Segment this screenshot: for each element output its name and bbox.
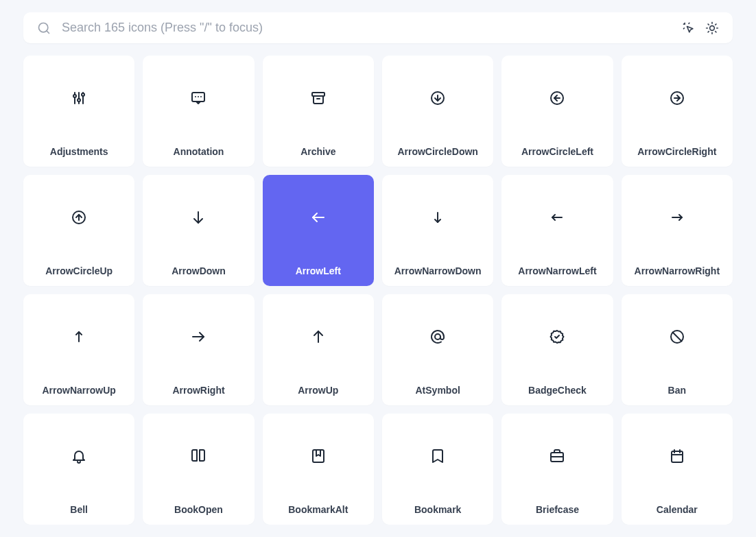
icon-card-briefcase[interactable]: Briefcase: [501, 414, 613, 525]
icon-card-bookmarkalt[interactable]: BookmarkAlt: [263, 414, 374, 525]
svg-line-41: [672, 333, 681, 342]
icon-card-atsymbol[interactable]: AtSymbol: [382, 294, 493, 405]
cursor-click-icon[interactable]: [682, 21, 696, 35]
search-input[interactable]: [62, 21, 672, 35]
annotation-icon: [190, 90, 206, 106]
icon-label: ArrowDown: [172, 265, 226, 276]
icon-label: ArrowCircleDown: [397, 146, 477, 157]
icon-card-arrowleft[interactable]: ArrowLeft: [263, 175, 374, 286]
svg-line-6: [716, 31, 716, 32]
search-icon: [37, 21, 51, 35]
arrow-down-icon: [190, 209, 206, 226]
icon-label: Ban: [668, 385, 686, 396]
arrow-right-icon: [190, 329, 206, 345]
icon-label: Bookmark: [414, 504, 461, 515]
icon-label: Annotation: [174, 146, 224, 157]
icon-card-ban[interactable]: Ban: [622, 294, 733, 405]
svg-line-1: [47, 30, 49, 33]
search-bar: [23, 12, 733, 43]
icon-label: BookOpen: [174, 504, 223, 515]
icon-card-archive[interactable]: Archive: [263, 56, 374, 167]
arrow-narrow-up-icon: [71, 329, 87, 345]
icon-label: ArrowCircleUp: [45, 265, 113, 276]
arrow-circle-up-icon: [71, 209, 87, 226]
icon-card-arrowcircleup[interactable]: ArrowCircleUp: [23, 175, 134, 286]
book-open-icon: [190, 448, 206, 464]
arrow-narrow-right-icon: [669, 209, 685, 226]
icon-card-bookopen[interactable]: BookOpen: [143, 414, 254, 525]
svg-point-39: [435, 334, 440, 339]
icon-card-arrowcircleright[interactable]: ArrowCircleRight: [622, 56, 733, 167]
icon-label: Briefcase: [536, 504, 579, 515]
icon-card-calendar[interactable]: Calendar: [622, 414, 733, 525]
icon-label: ArrowNarrowDown: [394, 265, 482, 276]
svg-point-2: [710, 25, 715, 30]
calendar-icon: [669, 448, 685, 464]
icon-card-bookmark[interactable]: Bookmark: [382, 414, 493, 525]
bookmark-icon: [429, 448, 446, 464]
icon-card-annotation[interactable]: Annotation: [143, 56, 254, 167]
icon-label: BookmarkAlt: [288, 504, 348, 515]
bookmark-alt-icon: [310, 448, 327, 464]
icon-grid: Adjustments Annotation Archive ArrowCirc…: [23, 56, 733, 525]
icon-label: Archive: [300, 146, 335, 157]
icon-card-badgecheck[interactable]: BadgeCheck: [501, 294, 613, 405]
svg-rect-45: [672, 451, 683, 462]
briefcase-icon: [549, 448, 565, 464]
icon-label: ArrowNarrowLeft: [518, 265, 596, 276]
at-symbol-icon: [429, 329, 446, 345]
arrow-narrow-left-icon: [549, 209, 565, 226]
icon-card-arrownarrowright[interactable]: ArrowNarrowRight: [622, 175, 733, 286]
archive-icon: [310, 90, 327, 106]
arrow-circle-left-icon: [549, 90, 565, 106]
arrow-left-icon: [310, 209, 327, 226]
ban-icon: [669, 329, 685, 345]
icon-label: ArrowRight: [172, 385, 224, 396]
icon-card-arrowup[interactable]: ArrowUp: [263, 294, 374, 405]
svg-point-12: [73, 95, 76, 97]
icon-label: ArrowNarrowUp: [42, 385, 115, 396]
icon-label: ArrowNarrowRight: [635, 265, 720, 276]
arrow-circle-down-icon: [429, 90, 446, 106]
icon-label: Bell: [70, 504, 88, 515]
svg-line-5: [708, 24, 709, 25]
icon-label: ArrowCircleLeft: [521, 146, 593, 157]
icon-card-arrowright[interactable]: ArrowRight: [143, 294, 254, 405]
badge-check-icon: [549, 329, 565, 345]
icon-card-arrowcircleleft[interactable]: ArrowCircleLeft: [501, 56, 613, 167]
icon-label: Adjustments: [50, 146, 108, 157]
svg-point-14: [78, 99, 80, 102]
adjustments-icon: [71, 90, 87, 106]
svg-line-9: [708, 31, 709, 32]
icon-label: ArrowLeft: [296, 265, 341, 276]
icon-label: ArrowCircleRight: [637, 146, 716, 157]
icon-label: Calendar: [657, 504, 698, 515]
icon-card-adjustments[interactable]: Adjustments: [23, 56, 134, 167]
icon-label: ArrowUp: [298, 385, 338, 396]
bell-icon: [71, 448, 87, 464]
svg-point-16: [82, 93, 84, 96]
icon-label: AtSymbol: [415, 385, 460, 396]
arrow-narrow-down-icon: [429, 209, 446, 226]
icon-card-arrownarrowup[interactable]: ArrowNarrowUp: [23, 294, 134, 405]
icon-card-arrownarrowdown[interactable]: ArrowNarrowDown: [382, 175, 493, 286]
arrow-circle-right-icon: [669, 90, 685, 106]
svg-rect-42: [313, 450, 324, 462]
icon-card-bell[interactable]: Bell: [23, 414, 134, 525]
icon-card-arrownarrowleft[interactable]: ArrowNarrowLeft: [501, 175, 613, 286]
arrow-up-icon: [310, 329, 327, 345]
icon-label: BadgeCheck: [528, 385, 587, 396]
svg-rect-21: [312, 93, 324, 96]
icon-card-arrowcircledown[interactable]: ArrowCircleDown: [382, 56, 493, 167]
sun-icon[interactable]: [705, 21, 719, 35]
icon-card-arrowdown[interactable]: ArrowDown: [143, 175, 254, 286]
svg-line-10: [716, 24, 716, 25]
